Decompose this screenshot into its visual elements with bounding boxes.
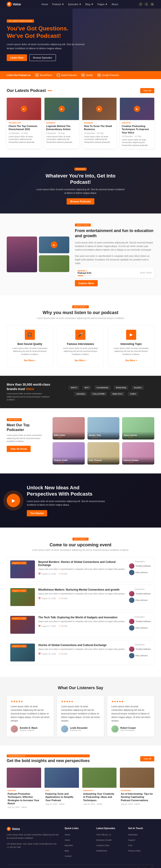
facebook-icon[interactable]: f <box>139 2 143 6</box>
about-badge: ABOUT VOICE <box>75 223 91 226</box>
about-description-2: Duis aute irure dolor in reprehenderit i… <box>75 254 154 265</box>
blog-meta-2: Aug 16, 2022 · Admin <box>45 803 78 805</box>
presenter-avatars-4: Timothy McBrare Pola Johnson <box>129 647 151 658</box>
stars-3: ★★★★★ <box>111 700 150 703</box>
nav-podcast[interactable]: Podcast ▼ <box>52 3 64 6</box>
brands-row-2: Xemedia FULLSTORE Bake Firm AURA <box>58 392 154 396</box>
blog-thumb-3 <box>82 768 117 788</box>
video-play-button[interactable]: ▶ <box>7 494 20 507</box>
nav-about[interactable]: About <box>111 3 118 6</box>
nav-pages[interactable]: Pages ▼ <box>97 3 107 6</box>
play-button-2[interactable]: ▶ <box>59 106 65 112</box>
why-link-3[interactable]: See More + <box>125 359 137 362</box>
listen-now-button[interactable]: Listen Now <box>7 54 27 61</box>
presenter-4-1: Timothy McBrare <box>129 647 151 652</box>
view-all-hosts-button[interactable]: View All Hosts <box>7 446 31 452</box>
podcast-meta-3: 15 Episodes 58 Play <box>84 132 115 134</box>
testimonials-header: What Our Listeners Say <box>7 686 154 690</box>
footer-link-blog[interactable]: Blog <box>65 850 69 852</box>
footer-link-episodes[interactable]: Episodes <box>65 844 73 846</box>
play-button-1[interactable]: ▶ <box>21 106 27 112</box>
nav-episodes[interactable]: Episodes ▼ <box>68 3 82 6</box>
events-description: Lorem ipsum dolor sit amet consectetur a… <box>7 549 154 551</box>
episode-title: Podcast 0:01 <box>77 272 92 274</box>
browse-episodes-button[interactable]: Browse Episodes <box>29 54 56 61</box>
explore-more-button[interactable]: Explore More <box>75 280 98 286</box>
event-date-1: August 12, 2022 <box>11 561 27 564</box>
podcaster-card-2: Marilyn Toby Co-Host <box>88 417 120 439</box>
footer-link-contact[interactable]: Contact <box>65 855 71 857</box>
presenter-avatars-3: Timothy McBrare Pola Johnson <box>129 619 151 630</box>
why-link-2[interactable]: See More + <box>74 359 86 362</box>
platform-apple[interactable]: 🎵 Apple Podcasts <box>57 73 77 77</box>
stars-2: ★★★★★ <box>61 700 100 703</box>
platform-google[interactable]: 🎙 Google Podcasts <box>97 73 119 77</box>
event-thumb-3: August 17, 2022 <box>10 616 35 634</box>
view-all-blog-button[interactable]: View All <box>140 756 154 762</box>
event-card-1: August 12, 2022 Beyond Borders: Stories … <box>7 557 154 582</box>
podcast-card-2: ▶ BUSINESS Legends Behind The Extraordin… <box>44 98 79 149</box>
footer-privacy[interactable]: Privacy Policy <box>128 850 141 852</box>
podcast-thumb-1: ▶ <box>7 98 41 120</box>
event-info-2: Mindfulness Matters: Nurturing Mental Co… <box>38 588 126 599</box>
podcaster-card-3: James Dennis Host <box>122 417 154 439</box>
author-details-3: Robert Cooper Tech Enthusiast <box>120 727 136 732</box>
brand-bat: BAT <box>83 385 91 390</box>
footer-quick-links-title: Quick Links <box>65 827 91 830</box>
hero-buttons: Listen Now Browse Episodes <box>7 54 85 61</box>
podcast-desc-4: Lorem ipsum dolor sit amet consectetur a… <box>122 138 153 147</box>
why-link-1[interactable]: See More + <box>24 359 36 362</box>
event-presenter-3: Presenters: Timothy McBrare Pola Johnson <box>129 616 151 630</box>
latest-podcasts-header: Our Latests Podcast View All <box>7 88 154 93</box>
footer-latest-episodes: Latest Episodes Tech Talk Ep. 12 Busines… <box>96 827 123 859</box>
podcast-desc-2: Lorem ipsum dolor sit amet consectetur a… <box>46 135 77 144</box>
footer-episode-4[interactable]: Mindfulness <box>96 850 107 852</box>
promo-content: PODCAST Whatever You're Into, Get Into P… <box>36 166 125 205</box>
podcaster-image-6: Patricia Stanley Host <box>122 442 154 465</box>
why-card-title-3: Interesting Topic <box>113 342 150 346</box>
twitter-icon[interactable]: t <box>144 2 149 6</box>
browse-podcasts-button[interactable]: Browse Podcasts <box>67 198 94 205</box>
footer-logo: 🎙 Voice <box>7 827 59 831</box>
event-duration-1: ⏱ 35 Min <box>59 573 67 575</box>
brands-content: More than 30,000 world-class brands trus… <box>7 382 154 401</box>
play-button-4[interactable]: ▶ <box>134 106 140 112</box>
blog-title: Get the bold insights and new perspectiv… <box>7 758 90 763</box>
podcast-category-3: BUSINESS <box>84 122 115 124</box>
site-name: Voice <box>13 2 21 6</box>
platform-spotify[interactable]: ● Spotify <box>81 73 93 77</box>
footer-faq[interactable]: FAQ <box>128 844 132 846</box>
view-all-podcasts-button[interactable]: View All <box>140 88 154 93</box>
video-cta-section: ▶ Unlock New Ideas And Perspectives With… <box>0 473 161 528</box>
logo[interactable]: 🎙 Voice <box>7 2 21 7</box>
blog-info-2: TIPS Featuring Tools and Applications to… <box>44 788 79 807</box>
event-presenter-4: Presenters: Timothy McBrare Pola Johnson <box>129 644 151 658</box>
author-name-1: Annette D. Black <box>20 727 37 729</box>
podcaster-role-4: Producer <box>54 461 67 463</box>
avatar-1-1 <box>129 563 134 569</box>
get-started-button[interactable]: Get Started <box>27 510 47 516</box>
play-button-3[interactable]: ▶ <box>96 106 102 112</box>
nav-home[interactable]: Home <box>41 3 48 6</box>
calendar-icon-2: 📅 <box>38 597 41 599</box>
event-presenter-2: Presenters: Timothy McBrare Pola Johnson <box>129 588 151 603</box>
footer-episode-3[interactable]: Creative Voice <box>96 844 109 846</box>
footer-episode-1[interactable]: Tech Talk Ep. 12 <box>96 834 111 836</box>
clock-icon-4: ⏱ <box>59 653 61 655</box>
brands-row-1: WGTV BAT Crowdstrike BetterHelp buzzfox <box>58 385 154 390</box>
footer-link-home[interactable]: Home <box>65 834 70 836</box>
play-icon[interactable]: ▶ <box>51 241 58 248</box>
linkedin-icon[interactable]: in <box>150 2 154 6</box>
footer-newsletter[interactable]: Newsletter <box>128 834 138 836</box>
nav-blog[interactable]: Blog ▼ <box>86 3 94 6</box>
blog-post-title-1: Podcast Promotion Techniques: Effective … <box>8 792 40 805</box>
avatar-4-1 <box>129 647 134 652</box>
events-badge: NEXT EVENTS <box>72 537 88 540</box>
footer-link-about[interactable]: About <box>65 839 70 841</box>
event-thumb-2: August 14, 2022 <box>10 588 35 606</box>
author-details-1: Annette D. Black Regular Listener <box>20 727 37 732</box>
footer-episode-2[interactable]: Business Growth <box>96 839 111 841</box>
platform-soundcloud[interactable]: ♫ SoundCloud <box>35 73 52 77</box>
footer-support[interactable]: Support <box>128 839 135 841</box>
testimonials-section: What Our Listeners Say ★★★★★ Lorem ipsum… <box>0 677 161 745</box>
